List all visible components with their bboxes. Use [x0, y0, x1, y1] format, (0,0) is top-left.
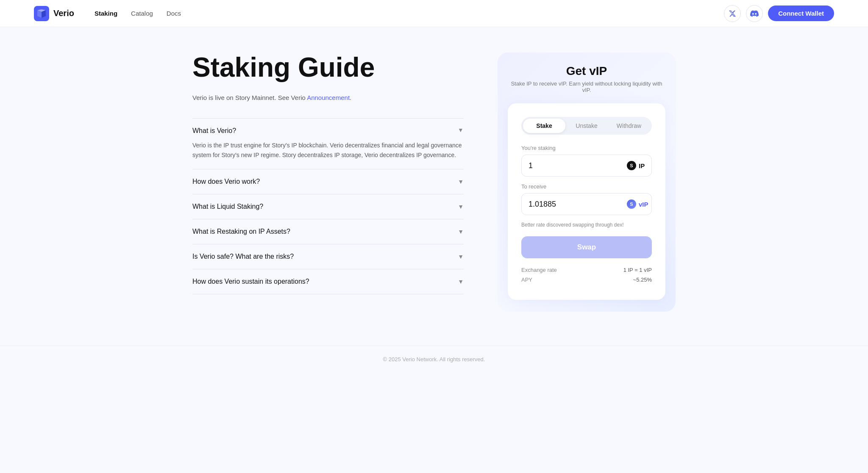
- faq-chevron-2: ▼: [458, 203, 464, 210]
- tab-withdraw[interactable]: Withdraw: [608, 119, 650, 133]
- faq-chevron-3: ▼: [458, 228, 464, 235]
- apy-row: APY ~5.25%: [521, 277, 652, 283]
- stake-card-bg: Get vIP Stake IP to receive vIP. Earn yi…: [498, 53, 676, 312]
- faq-header-0[interactable]: What is Verio? ▲: [192, 127, 464, 135]
- receive-currency: S vIP: [627, 199, 648, 209]
- stake-card: Stake Unstake Withdraw You're staking S …: [508, 103, 665, 300]
- left-panel: Staking Guide Verio is live on Story Mai…: [192, 53, 464, 312]
- faq-question-0: What is Verio?: [192, 127, 236, 135]
- faq-header-3[interactable]: What is Restaking on IP Assets? ▼: [192, 228, 464, 235]
- verio-logo-icon: [34, 6, 49, 21]
- navbar-left: Verio Staking Catalog Docs: [34, 6, 181, 21]
- exchange-rate-label: Exchange rate: [521, 267, 557, 273]
- faq-header-2[interactable]: What is Liquid Staking? ▼: [192, 203, 464, 210]
- faq-header-4[interactable]: Is Verio safe? What are the risks? ▼: [192, 253, 464, 260]
- connect-wallet-button[interactable]: Connect Wallet: [768, 6, 834, 21]
- staking-input[interactable]: [529, 161, 627, 170]
- faq-question-5: How does Verio sustain its operations?: [192, 278, 309, 285]
- receive-label: To receive: [521, 183, 652, 190]
- discord-button[interactable]: [746, 5, 763, 22]
- ip-icon: S: [627, 161, 636, 170]
- brand-name: Verio: [53, 8, 74, 18]
- exchange-rate-value: 1 IP = 1 vIP: [623, 267, 652, 273]
- x-icon: [729, 10, 736, 17]
- nav-links: Staking Catalog Docs: [95, 10, 181, 17]
- faq-item-safe: Is Verio safe? What are the risks? ▼: [192, 244, 464, 269]
- faq-list: What is Verio? ▲ Verio is the IP trust e…: [192, 118, 464, 294]
- faq-header-5[interactable]: How does Verio sustain its operations? ▼: [192, 278, 464, 285]
- receive-input-wrap: S vIP: [521, 193, 652, 215]
- staking-currency: S IP: [627, 161, 645, 170]
- twitter-button[interactable]: [724, 5, 741, 22]
- announcement-link[interactable]: Announcement: [307, 94, 350, 101]
- staking-label: You're staking: [521, 145, 652, 151]
- discord-icon: [750, 9, 759, 18]
- faq-item-sustain: How does Verio sustain its operations? ▼: [192, 269, 464, 294]
- staking-input-wrap: S IP: [521, 155, 652, 177]
- apy-label: APY: [521, 277, 532, 283]
- faq-item-liquid-staking: What is Liquid Staking? ▼: [192, 194, 464, 219]
- nav-catalog[interactable]: Catalog: [131, 10, 153, 17]
- staking-currency-label: IP: [639, 162, 645, 169]
- card-title: Get vIP: [508, 64, 665, 78]
- faq-chevron-4: ▼: [458, 253, 464, 260]
- nav-staking[interactable]: Staking: [95, 10, 117, 17]
- tab-unstake[interactable]: Unstake: [565, 119, 608, 133]
- faq-header-1[interactable]: How does Verio work? ▼: [192, 178, 464, 185]
- footer-text: © 2025 Verio Network. All rights reserve…: [383, 356, 485, 362]
- receive-input[interactable]: [529, 200, 627, 209]
- tab-row: Stake Unstake Withdraw: [521, 117, 652, 135]
- card-title-wrap: Get vIP: [508, 64, 665, 78]
- faq-chevron-0: ▲: [458, 127, 464, 134]
- faq-answer-0: Verio is the IP trust engine for Story's…: [192, 141, 464, 160]
- main-content: Staking Guide Verio is live on Story Mai…: [159, 27, 709, 346]
- faq-question-3: What is Restaking on IP Assets?: [192, 228, 290, 235]
- tab-stake[interactable]: Stake: [523, 119, 565, 133]
- right-panel: Get vIP Stake IP to receive vIP. Earn yi…: [498, 53, 676, 312]
- nav-docs[interactable]: Docs: [167, 10, 181, 17]
- footer: © 2025 Verio Network. All rights reserve…: [0, 346, 868, 373]
- faq-item-restaking: What is Restaking on IP Assets? ▼: [192, 219, 464, 244]
- faq-item-how-verio-works: How does Verio work? ▼: [192, 169, 464, 194]
- faq-question-2: What is Liquid Staking?: [192, 203, 263, 210]
- faq-chevron-1: ▼: [458, 178, 464, 185]
- exchange-rate-row: Exchange rate 1 IP = 1 vIP: [521, 267, 652, 273]
- page-title: Staking Guide: [192, 53, 464, 82]
- card-subtitle: Stake IP to receive vIP. Earn yield with…: [508, 80, 665, 93]
- logo[interactable]: Verio: [34, 6, 74, 21]
- navbar-right: Connect Wallet: [724, 5, 834, 22]
- faq-item-what-is-verio: What is Verio? ▲ Verio is the IP trust e…: [192, 118, 464, 169]
- apy-value: ~5.25%: [633, 277, 652, 283]
- subtitle-suffix: .: [350, 94, 351, 101]
- navbar: Verio Staking Catalog Docs Connect Walle…: [0, 0, 868, 27]
- swap-button[interactable]: Swap: [521, 236, 652, 258]
- subtitle: Verio is live on Story Mainnet. See Veri…: [192, 94, 464, 101]
- faq-chevron-5: ▼: [458, 278, 464, 285]
- better-rate-note: Better rate discovered swapping through …: [521, 222, 652, 228]
- faq-question-4: Is Verio safe? What are the risks?: [192, 253, 294, 260]
- vip-icon: S: [627, 199, 636, 209]
- subtitle-prefix: Verio is live on Story Mainnet. See Veri…: [192, 94, 307, 101]
- faq-question-1: How does Verio work?: [192, 178, 260, 185]
- receive-currency-label: vIP: [639, 201, 648, 208]
